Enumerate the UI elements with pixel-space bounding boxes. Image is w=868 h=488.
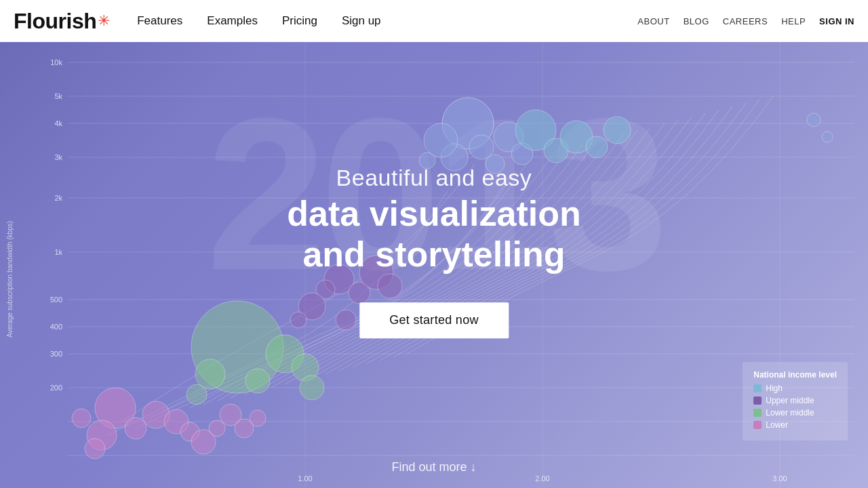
svg-text:1k: 1k — [54, 248, 62, 256]
svg-text:1.00: 1.00 — [298, 474, 312, 483]
svg-point-21 — [424, 123, 458, 157]
svg-text:500: 500 — [50, 296, 62, 304]
nav-about[interactable]: ABOUT — [637, 16, 669, 26]
nav-pricing[interactable]: Pricing — [282, 14, 317, 28]
legend-label-high: High — [766, 384, 783, 393]
svg-point-48 — [164, 409, 189, 434]
svg-point-49 — [87, 420, 117, 450]
svg-point-23 — [515, 110, 556, 150]
svg-point-20 — [511, 143, 533, 165]
svg-point-47 — [125, 418, 146, 439]
nav-careers[interactable]: CAREERS — [723, 16, 768, 26]
hero-subtitle: Beautiful and easy — [287, 165, 580, 191]
hero-section: 2013 — [0, 42, 868, 488]
svg-point-26 — [586, 136, 608, 158]
svg-point-45 — [95, 388, 136, 428]
svg-point-27 — [604, 117, 631, 144]
svg-text:200: 200 — [50, 384, 62, 392]
legend-label-lower-middle: Lower middle — [766, 408, 814, 418]
find-out-more-link[interactable]: Find out more ↓ — [391, 460, 476, 474]
svg-point-15 — [442, 98, 494, 149]
legend-item-lower: Lower — [753, 420, 837, 430]
svg-text:3k: 3k — [54, 153, 62, 161]
svg-point-25 — [560, 121, 593, 153]
svg-text:2k: 2k — [54, 194, 62, 202]
svg-point-40 — [292, 354, 319, 381]
secondary-nav: ABOUT BLOG CAREERS HELP SIGN IN — [637, 16, 854, 26]
legend-item-high: High — [753, 384, 837, 393]
svg-point-19 — [494, 122, 524, 152]
hero-content: Beautiful and easy data visualization an… — [287, 165, 580, 338]
svg-text:10k: 10k — [50, 58, 62, 66]
legend-item-upper-middle: Upper middle — [753, 396, 837, 405]
legend-title: National income level — [753, 370, 837, 380]
svg-point-38 — [191, 301, 283, 393]
legend-dot-upper-middle — [753, 396, 762, 405]
svg-point-42 — [195, 359, 225, 389]
svg-point-52 — [191, 430, 216, 454]
svg-point-28 — [807, 113, 821, 127]
svg-text:Average subscription bandwidth: Average subscription bandwidth (kbps) — [6, 221, 14, 338]
nav-examples[interactable]: Examples — [207, 14, 258, 28]
svg-point-51 — [180, 422, 199, 441]
svg-point-55 — [220, 404, 241, 426]
hero-title: data visualization and storytelling — [287, 194, 580, 275]
svg-text:2.00: 2.00 — [535, 474, 549, 483]
svg-point-46 — [142, 401, 170, 428]
legend-dot-lower — [753, 421, 762, 429]
svg-text:300: 300 — [50, 350, 62, 358]
nav-blog[interactable]: BLOG — [684, 16, 709, 26]
svg-point-44 — [300, 375, 324, 400]
nav-signin[interactable]: SIGN IN — [819, 16, 854, 26]
svg-point-29 — [822, 131, 833, 142]
logo-star: ✳ — [98, 12, 110, 30]
get-started-button[interactable]: Get started now — [359, 302, 509, 338]
svg-point-39 — [266, 335, 304, 373]
nav-help[interactable]: HELP — [781, 16, 806, 26]
svg-point-16 — [469, 135, 494, 159]
svg-point-53 — [209, 420, 225, 436]
legend-dot-lower-middle — [753, 409, 762, 417]
logo-text: Flourish — [14, 9, 96, 34]
svg-point-56 — [235, 419, 254, 438]
svg-point-57 — [250, 410, 266, 426]
legend-item-lower-middle: Lower middle — [753, 408, 837, 418]
svg-point-41 — [245, 369, 270, 393]
nav-features[interactable]: Features — [137, 14, 182, 28]
svg-point-50 — [85, 439, 105, 459]
logo[interactable]: Flourish✳ — [14, 9, 110, 34]
svg-point-43 — [186, 384, 207, 405]
svg-text:5k: 5k — [54, 92, 62, 100]
legend-label-lower: Lower — [766, 420, 788, 430]
svg-text:4k: 4k — [54, 119, 62, 127]
main-nav: Features Examples Pricing Sign up — [137, 14, 637, 28]
svg-text:400: 400 — [50, 323, 62, 331]
legend-label-upper-middle: Upper middle — [766, 396, 814, 405]
legend-dot-high — [753, 384, 762, 392]
chart-legend: National income level High Upper middle … — [743, 362, 848, 441]
svg-point-24 — [544, 138, 568, 163]
svg-point-54 — [72, 409, 91, 428]
nav-signup[interactable]: Sign up — [342, 14, 381, 28]
header: Flourish✳ Features Examples Pricing Sign… — [0, 0, 868, 42]
svg-text:3.00: 3.00 — [772, 474, 787, 483]
